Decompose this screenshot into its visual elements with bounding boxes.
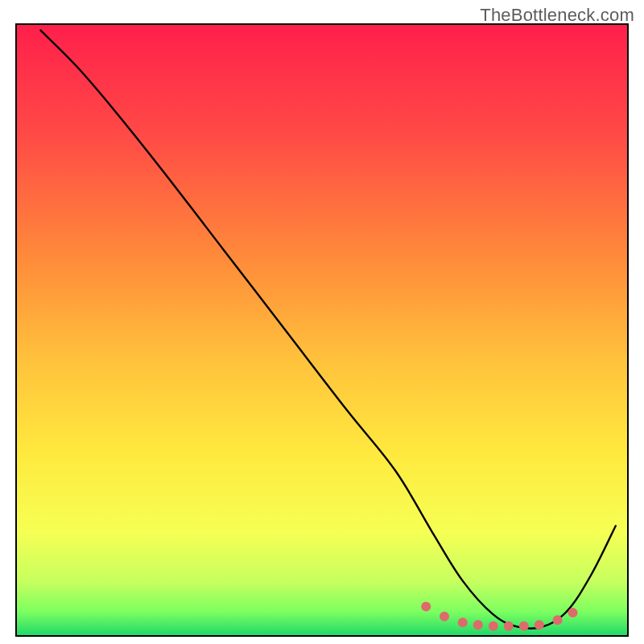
marker-dot — [519, 621, 529, 631]
marker-dot — [440, 612, 449, 621]
marker-dot — [553, 615, 563, 625]
marker-dot — [473, 620, 483, 630]
bottleneck-chart — [0, 0, 644, 644]
chart-stage: TheBottleneck.com — [0, 0, 644, 644]
marker-dot — [568, 608, 578, 617]
plot-background — [16, 24, 628, 636]
marker-dot — [421, 602, 431, 612]
marker-dot — [504, 621, 514, 631]
watermark-text: TheBottleneck.com — [480, 5, 634, 26]
marker-dot — [489, 621, 498, 631]
marker-dot — [535, 620, 544, 630]
marker-dot — [458, 617, 468, 627]
